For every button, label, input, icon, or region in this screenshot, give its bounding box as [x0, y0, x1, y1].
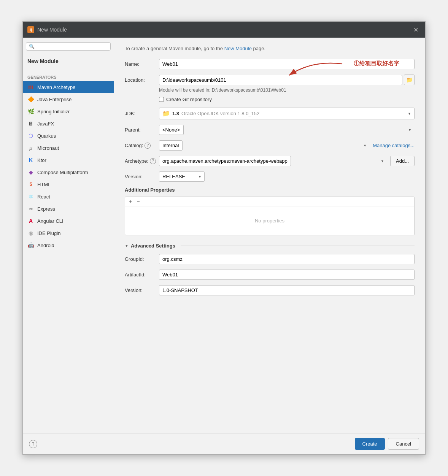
advanced-version-label: Version: [125, 287, 159, 293]
jdk-field-wrapper: 📁 1.8 Oracle OpenJDK version 1.8.0_152 ▼ [159, 108, 415, 119]
jdk-folder-icon: 📁 [162, 110, 170, 117]
search-icon: 🔍 [29, 44, 35, 49]
git-checkbox[interactable] [159, 97, 164, 102]
remove-property-button[interactable]: − [136, 199, 140, 204]
advanced-version-input[interactable] [159, 285, 415, 295]
android-icon: 🤖 [27, 242, 34, 249]
sidebar-new-module-section: New Module [23, 54, 114, 73]
search-box[interactable]: 🔍 [26, 42, 111, 51]
sidebar-item-label: Compose Multiplatform [37, 170, 88, 175]
sidebar-item-ktor[interactable]: K Ktor [23, 154, 114, 166]
info-text: To create a general Maven module, go to … [125, 45, 415, 52]
advanced-settings-section: ▼ Advanced Settings GroupId: ArtifactId: [125, 243, 415, 295]
archetype-label-text: Archetype: ? [125, 158, 159, 164]
git-label[interactable]: Create Git repository [166, 97, 212, 102]
sidebar-item-express[interactable]: ex Express [23, 203, 114, 215]
cancel-button[interactable]: Cancel [388, 438, 419, 450]
new-module-link[interactable]: New Module [224, 46, 252, 51]
titlebar: ij New Module ✕ [23, 22, 425, 38]
parent-row: Parent: <None> [125, 125, 415, 135]
main-panel: To create a general Maven module, go to … [114, 38, 425, 433]
titlebar-left: ij New Module [27, 26, 67, 33]
version-dropdown-wrapper: RELEASE [159, 171, 205, 182]
sidebar-item-javafx[interactable]: 🖥 JavaFX [23, 117, 114, 130]
sidebar-item-maven[interactable]: m Maven Archetype [23, 81, 114, 93]
sidebar-item-label: React [37, 194, 50, 200]
catalog-help-icon[interactable]: ? [145, 143, 151, 149]
add-button[interactable]: Add... [390, 156, 415, 166]
sidebar: 🔍 New Module Generators m Maven Archetyp… [23, 38, 114, 433]
git-row: Create Git repository [159, 97, 415, 102]
sidebar-item-label: Quarkus [37, 133, 56, 139]
jdk-label: JDK: [125, 111, 159, 116]
properties-box: + − No properties [125, 197, 415, 235]
sidebar-item-react[interactable]: ⚛ React [23, 190, 114, 203]
artifactid-field-wrapper [159, 270, 415, 280]
sidebar-item-label: HTML [37, 182, 51, 187]
artifactid-label: ArtifactId: [125, 272, 159, 278]
angular-icon: A [27, 217, 34, 224]
artifactid-row: ArtifactId: [125, 270, 415, 280]
search-input[interactable] [37, 44, 108, 49]
sidebar-item-compose[interactable]: ◆ Compose Multiplatform [23, 166, 114, 178]
app-icon: ij [27, 26, 34, 33]
version-row: Version: RELEASE [125, 171, 415, 182]
sidebar-item-java-enterprise[interactable]: 🔶 Java Enterprise [23, 93, 114, 105]
advanced-version-row: Version: [125, 285, 415, 295]
sidebar-item-ide[interactable]: ◉ IDE Plugin [23, 227, 114, 239]
jdk-row: JDK: 📁 1.8 Oracle OpenJDK version 1.8.0_… [125, 108, 415, 119]
react-icon: ⚛ [27, 193, 34, 200]
compose-icon: ◆ [27, 169, 34, 176]
artifactid-input[interactable] [159, 270, 415, 280]
sidebar-item-label: Ktor [37, 157, 46, 163]
name-label: Name: [125, 61, 159, 67]
advanced-settings-toggle[interactable]: ▼ Advanced Settings [125, 243, 415, 249]
parent-field-wrapper: <None> [159, 125, 415, 135]
generators-label: Generators [23, 73, 114, 81]
add-property-button[interactable]: + [128, 199, 133, 204]
groupid-label: GroupId: [125, 256, 159, 262]
groupid-field-wrapper [159, 254, 415, 264]
jdk-dropdown[interactable]: 📁 1.8 Oracle OpenJDK version 1.8.0_152 ▼ [159, 108, 415, 119]
help-button[interactable]: ? [29, 440, 37, 448]
archetype-dropdown[interactable]: org.apache.maven.archetypes:maven-archet… [159, 156, 291, 166]
location-label: Location: [125, 77, 159, 83]
jdk-version: 1.8 [172, 111, 179, 116]
javafx-icon: 🖥 [27, 120, 34, 127]
dialog-title: New Module [37, 27, 67, 33]
properties-toolbar: + − [125, 197, 414, 206]
archetype-help-icon[interactable]: ? [150, 158, 156, 164]
spring-icon: 🌿 [27, 108, 34, 115]
parent-dropdown[interactable]: <None> [159, 125, 184, 135]
groupid-input[interactable] [159, 254, 415, 264]
catalog-field-wrapper: Internal Manage catalogs... [159, 140, 415, 151]
catalog-dropdown[interactable]: Internal [159, 140, 183, 151]
dialog-content: 🔍 New Module Generators m Maven Archetyp… [23, 38, 425, 433]
ktor-icon: K [27, 157, 34, 163]
footer-left: ? [29, 440, 37, 448]
sidebar-item-android[interactable]: 🤖 Android [23, 239, 114, 251]
create-button[interactable]: Create [355, 438, 385, 450]
arrow-svg [281, 60, 350, 83]
close-button[interactable]: ✕ [411, 25, 421, 34]
sidebar-item-label: IDE Plugin [37, 230, 60, 236]
manage-catalogs-link[interactable]: Manage catalogs... [373, 143, 415, 148]
footer-right: Create Cancel [355, 438, 419, 450]
catalog-label-text: Catalog: ? [125, 143, 159, 149]
sidebar-item-label: JavaFX [37, 121, 54, 127]
sidebar-item-label: Express [37, 206, 55, 212]
java-enterprise-icon: 🔶 [27, 96, 34, 103]
browse-button[interactable]: 📁 [404, 75, 415, 85]
sidebar-item-quarkus[interactable]: ⬡ Quarkus [23, 130, 114, 142]
sidebar-item-micronaut[interactable]: μ Micronaut [23, 142, 114, 154]
new-module-dialog: ij New Module ✕ 🔍 New Module Generators … [22, 21, 426, 455]
version-dropdown[interactable]: RELEASE [159, 171, 205, 182]
quarkus-icon: ⬡ [27, 132, 34, 139]
sidebar-item-label: Micronaut [37, 145, 59, 151]
html-icon: 5 [27, 181, 34, 188]
sidebar-item-html[interactable]: 5 HTML [23, 178, 114, 190]
sidebar-item-label: Java Enterprise [37, 97, 71, 102]
additional-properties-title: Additional Properties [125, 187, 415, 193]
sidebar-item-angular[interactable]: A Angular CLI [23, 215, 114, 227]
sidebar-item-spring[interactable]: 🌿 Spring Initializr [23, 105, 114, 117]
